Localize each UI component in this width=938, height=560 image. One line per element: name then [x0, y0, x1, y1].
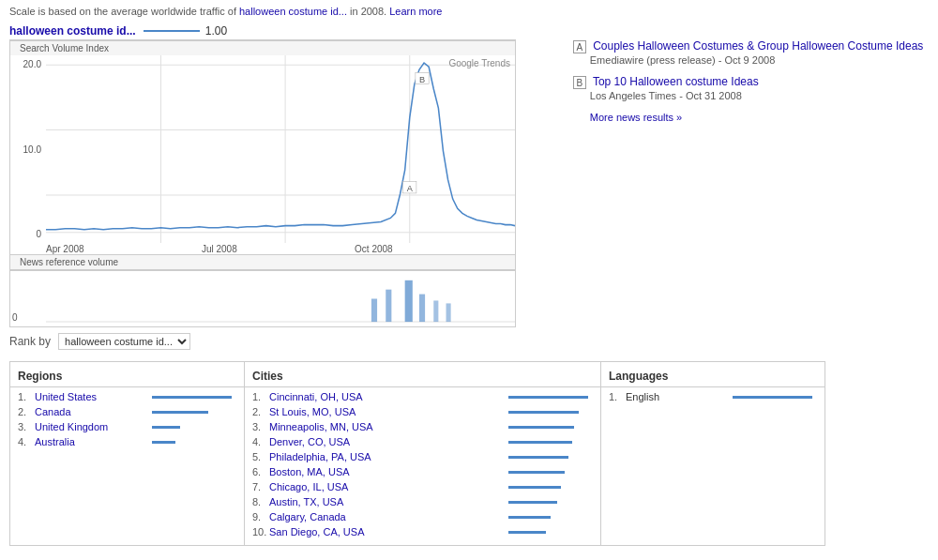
x-label-jul: Jul 2008: [202, 244, 237, 254]
city-link[interactable]: San Diego, CA, USA: [269, 526, 503, 537]
keyword-line: [144, 30, 200, 32]
languages-table: Languages 1. English: [600, 361, 825, 546]
scale-bar: Scale is based on the average worldwide …: [0, 0, 938, 21]
more-news-link[interactable]: More news results »: [573, 112, 682, 123]
region-bar: [152, 426, 180, 429]
y-axis-labels: 20.0 10.0 0: [10, 55, 46, 243]
rank-row: Rank by halloween costume id...: [9, 327, 554, 354]
y-label-10: 10.0: [12, 144, 44, 155]
row-num: 2.: [18, 406, 35, 417]
languages-header: Languages: [601, 368, 825, 387]
news-item: B Top 10 Halloween costume Ideas Los Ang…: [573, 75, 929, 101]
main-chart-area: 20.0 10.0 0 Google Trends: [10, 55, 515, 243]
region-link[interactable]: United Kingdom: [35, 421, 146, 432]
table-row: 1. English: [601, 389, 825, 404]
bar-container: [508, 471, 593, 474]
keyword-main-link[interactable]: halloween costume id...: [9, 24, 136, 38]
city-link[interactable]: Philadelphia, PA, USA: [269, 451, 503, 462]
city-bar: [508, 441, 572, 444]
city-link[interactable]: Calgary, Canada: [269, 511, 503, 522]
row-num: 3.: [18, 421, 35, 432]
news-link[interactable]: Top 10 Halloween costume Ideas: [593, 75, 759, 88]
bar-container: [152, 396, 236, 399]
news-link[interactable]: Couples Halloween Costumes & Group Hallo…: [593, 39, 923, 53]
city-link[interactable]: Minneapolis, MN, USA: [269, 421, 503, 432]
svg-rect-17: [446, 303, 451, 322]
table-row: 8. Austin, TX, USA: [245, 494, 600, 509]
table-row: 10. San Diego, CA, USA: [245, 524, 600, 539]
region-bar: [152, 441, 175, 444]
bar-container: [152, 441, 236, 444]
city-bar: [508, 411, 579, 414]
row-num: 9.: [252, 511, 269, 522]
bar-container: [508, 486, 593, 489]
google-trends-label: Google Trends: [448, 58, 510, 68]
row-num: 8.: [252, 496, 269, 507]
city-link[interactable]: Chicago, IL, USA: [269, 481, 503, 492]
regions-table: Regions 1. United States 2. Canada 3. Un…: [9, 361, 244, 546]
row-num: 6.: [252, 466, 269, 477]
svg-rect-15: [419, 295, 425, 323]
city-bar: [508, 396, 588, 399]
table-row: 6. Boston, MA, USA: [245, 464, 600, 479]
svg-rect-16: [433, 300, 438, 322]
news-chart-svg: [46, 271, 515, 326]
keyword-top-link[interactable]: halloween costume id...: [239, 6, 347, 17]
bar-container: [508, 501, 593, 504]
bar-container: [733, 396, 817, 399]
bar-container: [152, 426, 236, 429]
bar-container: [508, 441, 593, 444]
more-news: More news results »: [573, 111, 929, 124]
news-source: Los Angeles Times - Oct 31 2008: [573, 90, 929, 101]
learn-more-link[interactable]: Learn more: [389, 6, 442, 17]
cities-table: Cities 1. Cincinnati, OH, USA 2. St Loui…: [244, 361, 600, 546]
main-content: Search Volume Index 20.0 10.0 0 Google T…: [0, 39, 938, 546]
table-row: 5. Philadelphia, PA, USA: [245, 449, 600, 464]
table-row: 3. United Kingdom: [10, 419, 244, 434]
city-link[interactable]: Denver, CO, USA: [269, 436, 503, 447]
svg-rect-13: [386, 290, 391, 322]
city-bar: [508, 501, 557, 504]
city-bar: [508, 456, 568, 459]
svg-text:B: B: [419, 75, 425, 84]
city-bar: [508, 531, 546, 534]
table-row: 1. United States: [10, 389, 244, 404]
city-link[interactable]: Austin, TX, USA: [269, 496, 503, 507]
table-row: 2. St Louis, MO, USA: [245, 404, 600, 419]
regions-rows: 1. United States 2. Canada 3. United Kin…: [10, 389, 244, 449]
bar-container: [152, 411, 236, 414]
bar-container: [508, 456, 593, 459]
y-label-0: 0: [12, 229, 44, 239]
chart-section: Search Volume Index 20.0 10.0 0 Google T…: [9, 39, 554, 546]
bar-container: [508, 411, 593, 414]
svg-rect-12: [371, 299, 377, 323]
news-ref-label: News reference volume: [10, 254, 515, 270]
svg-rect-14: [405, 280, 413, 322]
language-bar: [733, 396, 812, 399]
region-link[interactable]: Canada: [35, 406, 146, 417]
city-link[interactable]: Cincinnati, OH, USA: [269, 391, 503, 402]
bar-container: [508, 531, 593, 534]
region-link[interactable]: Australia: [35, 436, 146, 447]
rank-select[interactable]: halloween costume id...: [58, 333, 190, 350]
region-bar: [152, 396, 232, 399]
language-label: English: [626, 391, 727, 402]
keyword-value: 1.00: [205, 24, 227, 38]
city-link[interactable]: St Louis, MO, USA: [269, 406, 503, 417]
x-axis-labels: Apr 2008 Jul 2008 Oct 2008: [10, 244, 515, 254]
news-title: B Top 10 Halloween costume Ideas: [573, 75, 929, 89]
row-num: 4.: [252, 436, 269, 447]
news-badge: B: [573, 76, 586, 89]
regions-header: Regions: [10, 368, 244, 387]
city-bar: [508, 486, 561, 489]
city-link[interactable]: Boston, MA, USA: [269, 466, 503, 477]
row-num: 2.: [252, 406, 269, 417]
scale-text: Scale is based on the average worldwide …: [9, 6, 236, 17]
table-row: 2. Canada: [10, 404, 244, 419]
row-num: 3.: [252, 421, 269, 432]
region-link[interactable]: United States: [35, 391, 146, 402]
table-row: 4. Australia: [10, 434, 244, 449]
tables-section: Regions 1. United States 2. Canada 3. Un…: [9, 354, 554, 546]
city-bar: [508, 516, 551, 519]
table-row: 7. Chicago, IL, USA: [245, 479, 600, 494]
